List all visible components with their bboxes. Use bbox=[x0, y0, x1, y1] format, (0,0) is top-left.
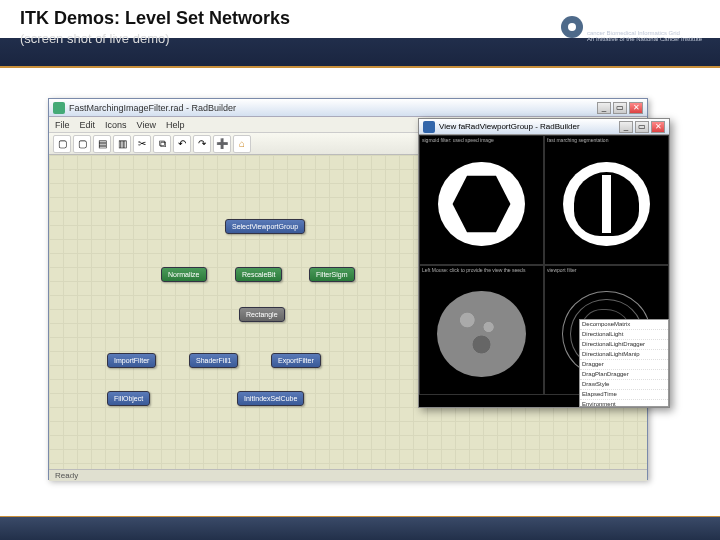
undo-icon[interactable]: ↶ bbox=[173, 135, 191, 153]
list-item[interactable]: DirectionalLight bbox=[580, 330, 668, 340]
menu-help[interactable]: Help bbox=[166, 120, 185, 130]
viewport-window: View faRadViewportGroup - RadBuilder _ ▭… bbox=[418, 118, 670, 408]
save-icon[interactable]: ▤ bbox=[93, 135, 111, 153]
node-initindexselcube[interactable]: InitIndexSelCube bbox=[237, 391, 304, 406]
slide-footer bbox=[0, 516, 720, 540]
list-item[interactable]: DirectionalLightManip bbox=[580, 350, 668, 360]
app-icon bbox=[53, 102, 65, 114]
node-shaderfill[interactable]: ShaderFill1 bbox=[189, 353, 238, 368]
viewport-title: View faRadViewportGroup - RadBuilder bbox=[439, 122, 619, 131]
vp-close-button[interactable]: ✕ bbox=[651, 121, 665, 133]
minimize-button[interactable]: _ bbox=[597, 102, 611, 114]
cabig-logo: caBIG cancer Biomedical Informatics Grid… bbox=[561, 12, 702, 42]
home-icon[interactable]: ⌂ bbox=[233, 135, 251, 153]
print-icon[interactable]: ▥ bbox=[113, 135, 131, 153]
node-filtersigm[interactable]: FilterSigm bbox=[309, 267, 355, 282]
node-rectangle[interactable]: Rectangle bbox=[239, 307, 285, 322]
list-item[interactable]: DecomposeMatrix bbox=[580, 320, 668, 330]
cut-icon[interactable]: ✂ bbox=[133, 135, 151, 153]
viewport-app-icon bbox=[423, 121, 435, 133]
node-fillobject[interactable]: FillObject bbox=[107, 391, 150, 406]
viewport-cell-0[interactable]: sigmoid filter: used speed image bbox=[419, 135, 544, 265]
viewport-titlebar[interactable]: View faRadViewportGroup - RadBuilder _ ▭… bbox=[419, 119, 669, 135]
menu-file[interactable]: File bbox=[55, 120, 70, 130]
viewport-cell-1[interactable]: fast marching segmentation bbox=[544, 135, 669, 265]
folder-icon[interactable]: ▢ bbox=[73, 135, 91, 153]
maximize-button[interactable]: ▭ bbox=[613, 102, 627, 114]
add-icon[interactable]: ➕ bbox=[213, 135, 231, 153]
redo-icon[interactable]: ↷ bbox=[193, 135, 211, 153]
node-selectviewportgroup[interactable]: SelectViewportGroup bbox=[225, 219, 305, 234]
brain-image-3 bbox=[437, 291, 526, 377]
copy-icon[interactable]: ⧉ bbox=[153, 135, 171, 153]
brain-image-1 bbox=[438, 162, 524, 246]
list-item[interactable]: Environment bbox=[580, 400, 668, 407]
node-normalize[interactable]: Normalize bbox=[161, 267, 207, 282]
viewport-cell-2[interactable]: Left Mouse: click to provide the view th… bbox=[419, 265, 544, 395]
list-item[interactable]: Dragger bbox=[580, 360, 668, 370]
window-titlebar[interactable]: FastMarchingImageFilter.rad - RadBuilder… bbox=[49, 99, 647, 117]
close-button[interactable]: ✕ bbox=[629, 102, 643, 114]
list-item[interactable]: DragPlanDragger bbox=[580, 370, 668, 380]
menu-edit[interactable]: Edit bbox=[80, 120, 96, 130]
list-item[interactable]: DirectionalLightDragger bbox=[580, 340, 668, 350]
node-importfilter[interactable]: ImportFilter bbox=[107, 353, 156, 368]
vp-maximize-button[interactable]: ▭ bbox=[635, 121, 649, 133]
status-bar: Ready bbox=[49, 469, 647, 481]
vp-minimize-button[interactable]: _ bbox=[619, 121, 633, 133]
list-item[interactable]: ElapsedTime bbox=[580, 390, 668, 400]
brain-image-2 bbox=[563, 162, 649, 246]
slide-header: ITK Demos: Level Set Networks (screen sh… bbox=[0, 0, 720, 68]
list-item[interactable]: DrawStyle bbox=[580, 380, 668, 390]
node-exportfilter[interactable]: ExportFilter bbox=[271, 353, 321, 368]
window-title: FastMarchingImageFilter.rad - RadBuilder bbox=[69, 103, 597, 113]
component-list[interactable]: DecomposeMatrix DirectionalLight Directi… bbox=[579, 319, 669, 407]
node-rescalebit[interactable]: RescaleBit bbox=[235, 267, 282, 282]
document-icon[interactable]: ▢ bbox=[53, 135, 71, 153]
logo-icon bbox=[561, 16, 583, 38]
menu-view[interactable]: View bbox=[137, 120, 156, 130]
menu-icons[interactable]: Icons bbox=[105, 120, 127, 130]
